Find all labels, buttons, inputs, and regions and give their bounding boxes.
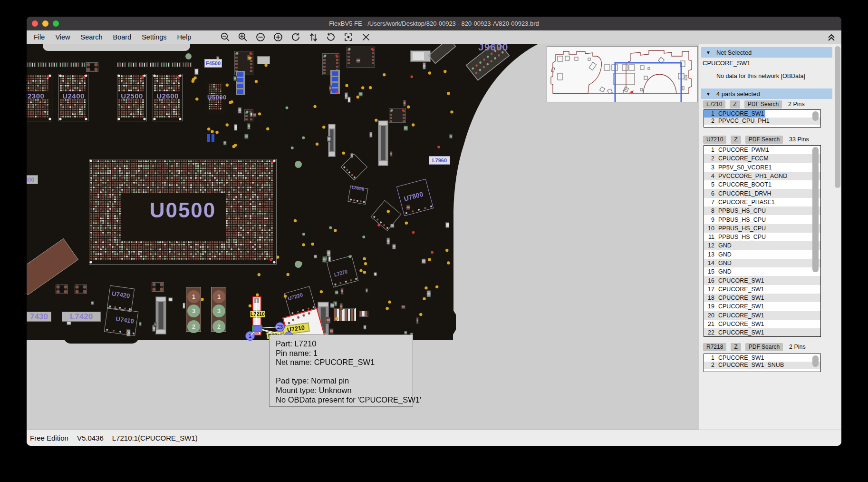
pin-number: 3 xyxy=(704,164,714,171)
pin-row[interactable]: 22CPUCORE_SW1 xyxy=(704,328,820,337)
pin-list-U7210: 1CPUCORE_PWM12CPUCORE_FCCM3PP5V_S0_VCORE… xyxy=(704,145,821,337)
plus-circle-icon[interactable] xyxy=(269,31,287,43)
pdf-search-button[interactable]: PDF Search xyxy=(744,100,782,108)
title-bar[interactable]: FlexBV5 FE - /Users/work/Desktop/820-009… xyxy=(27,17,841,30)
ref-label-L7210[interactable]: L7210 xyxy=(250,311,265,317)
pin-row[interactable]: 1CPUCORE_SW1 xyxy=(704,110,820,118)
pin-net-name: PPBUS_HS_CPU xyxy=(718,207,766,214)
rotate-cw-icon[interactable] xyxy=(322,31,339,43)
pin-marker-1[interactable]: 1 xyxy=(245,331,255,341)
net-selected-header[interactable]: ▼ Net Selected xyxy=(701,47,832,58)
pin-number: 1 xyxy=(704,354,714,361)
pin-number: 9 xyxy=(704,216,714,223)
pad-dot xyxy=(297,316,299,319)
pin-row[interactable]: 5CPUCORE_BOOT1 xyxy=(704,180,820,189)
pin-row[interactable]: 2PPVCC_CPU_PH1 xyxy=(704,118,820,125)
z-button[interactable]: Z xyxy=(731,343,741,351)
pin-row[interactable]: 14GND xyxy=(704,259,820,267)
pin-row[interactable]: 1CPUCORE_PWM1 xyxy=(704,146,820,154)
part-end-cap xyxy=(254,298,259,303)
pin-list-R7218: 1CPUCORE_SW12CPUCORE_SW1_SNUB xyxy=(704,354,821,372)
pin-number: 2 xyxy=(704,118,714,124)
menu-help[interactable]: Help xyxy=(172,33,197,41)
pin-number: 1 xyxy=(704,147,714,153)
rotate-ccw-icon[interactable] xyxy=(287,31,304,43)
zoom-in-icon[interactable] xyxy=(234,31,251,43)
pin-row[interactable]: 13GND xyxy=(704,250,820,259)
pin-number: 18 xyxy=(704,295,714,301)
pin-list-scrollbar[interactable] xyxy=(812,147,819,272)
menu-search[interactable]: Search xyxy=(76,33,108,41)
pin-marker-23[interactable]: 23 xyxy=(275,322,285,332)
screen: FlexBV5 FE - /Users/work/Desktop/820-009… xyxy=(0,0,868,482)
pad-dot xyxy=(288,322,290,325)
selected-pin-pad[interactable] xyxy=(252,325,262,332)
part-ref-button[interactable]: L7210 xyxy=(703,100,725,108)
net-data-note: No data for this network [OBData] xyxy=(716,73,805,79)
pin-row[interactable]: 11PPBUS_HS_CPU xyxy=(704,233,820,241)
pin-row[interactable]: 2CPUCORE_SW1_SNUB xyxy=(704,362,820,369)
pin-row[interactable]: 21CPUCORE_SW1 xyxy=(704,320,820,328)
pin-number: 15 xyxy=(704,268,714,275)
pin-row[interactable]: 18CPUCORE_SW1 xyxy=(704,294,820,302)
pin-net-name: CPUCORE_SW1 xyxy=(718,295,764,301)
pin-net-name: GND xyxy=(718,251,732,258)
inspector-sidebar: ▼ Net Selected CPUCORE_SW1 No data for t… xyxy=(699,44,841,430)
pin-row[interactable]: 19CPUCORE_SW1 xyxy=(704,302,820,311)
pin-row[interactable]: 16CPUCORE_SW1 xyxy=(704,276,820,285)
pins-count-label: 2 Pins xyxy=(788,101,805,108)
pin-net-name: GND xyxy=(718,260,732,266)
z-button[interactable]: Z xyxy=(731,136,741,144)
pin-net-name: CPUCORE_FCCM xyxy=(718,155,769,162)
menu-board[interactable]: Board xyxy=(108,33,137,41)
center-target-icon[interactable] xyxy=(339,31,357,43)
pin-row[interactable]: 10PPBUS_HS_CPU xyxy=(704,224,820,233)
menu-file[interactable]: File xyxy=(29,33,50,41)
pin-net-name: CPUCORE_PWM1 xyxy=(718,147,769,153)
pin-net-name: CPUCORE_SW1 xyxy=(718,277,764,284)
pin-list-scrollbar[interactable] xyxy=(812,111,819,121)
menu-view[interactable]: View xyxy=(50,33,75,41)
pin-number: 21 xyxy=(704,321,714,327)
pin-list-L7210: 1CPUCORE_SW12PPVCC_CPU_PH1 xyxy=(704,109,821,128)
pin-row[interactable]: 8PPBUS_HS_CPU xyxy=(704,207,820,215)
pin-number: 12 xyxy=(704,242,714,249)
pin-row[interactable]: 12GND xyxy=(704,241,820,250)
pin-row[interactable]: 7CPUCORE_PHASE1 xyxy=(704,198,820,207)
minimap[interactable] xyxy=(547,46,698,102)
collapse-triangle-icon[interactable]: ▼ xyxy=(706,91,711,97)
pdf-search-button[interactable]: PDF Search xyxy=(745,343,783,351)
pin-row[interactable]: 6CPUCORE1_DRVH xyxy=(704,189,820,197)
tooltip-line: No OBData present for 'CPUCORE_SW1' xyxy=(276,395,407,405)
pin-number: 13 xyxy=(704,251,714,258)
pin-row[interactable]: 3PP5V_S0_VCORE1 xyxy=(704,163,820,172)
pin-number: 7 xyxy=(704,199,714,206)
menu-settings[interactable]: Settings xyxy=(136,33,172,41)
collapse-triangle-icon[interactable]: ▼ xyxy=(706,50,711,55)
part-ref-button[interactable]: R7218 xyxy=(703,343,726,351)
pin-net-name: PPBUS_HS_CPU xyxy=(718,216,766,223)
parts-selected-header[interactable]: ▼ 4 parts selected xyxy=(701,89,832,99)
flip-vertical-icon[interactable] xyxy=(304,31,322,43)
pin-number: 6 xyxy=(704,190,714,197)
close-icon[interactable] xyxy=(357,31,375,43)
pin-row[interactable]: 20CPUCORE_SW1 xyxy=(704,311,820,320)
chevron-double-up-icon[interactable] xyxy=(826,32,837,44)
pcb-view[interactable]: U2300U2400U2500U2600U0500U50007430L74203… xyxy=(27,44,699,430)
pin-row[interactable]: 2CPUCORE_FCCM xyxy=(704,154,820,163)
tooltip-line xyxy=(276,367,407,377)
minus-circle-icon[interactable] xyxy=(251,31,269,43)
zoom-out-icon[interactable] xyxy=(216,31,234,43)
pin-row[interactable]: 1CPUCORE_SW1 xyxy=(704,354,820,362)
pin-row[interactable]: 15GND xyxy=(704,267,820,276)
app-window: FlexBV5 FE - /Users/work/Desktop/820-009… xyxy=(27,17,841,446)
window-title: FlexBV5 FE - /Users/work/Desktop/820-009… xyxy=(27,20,841,27)
sidebar-scrollbar[interactable] xyxy=(835,46,840,188)
part-ref-button[interactable]: U7210 xyxy=(703,136,726,144)
pdf-search-button[interactable]: PDF Search xyxy=(745,136,783,144)
z-button[interactable]: Z xyxy=(730,100,740,108)
pin-row[interactable]: 17CPUCORE_SW1 xyxy=(704,285,820,294)
pin-row[interactable]: 9PPBUS_HS_CPU xyxy=(704,215,820,224)
pin-list-scrollbar[interactable] xyxy=(812,355,819,367)
pin-row[interactable]: 4PVCCCORE_PH1_AGND xyxy=(704,172,820,180)
